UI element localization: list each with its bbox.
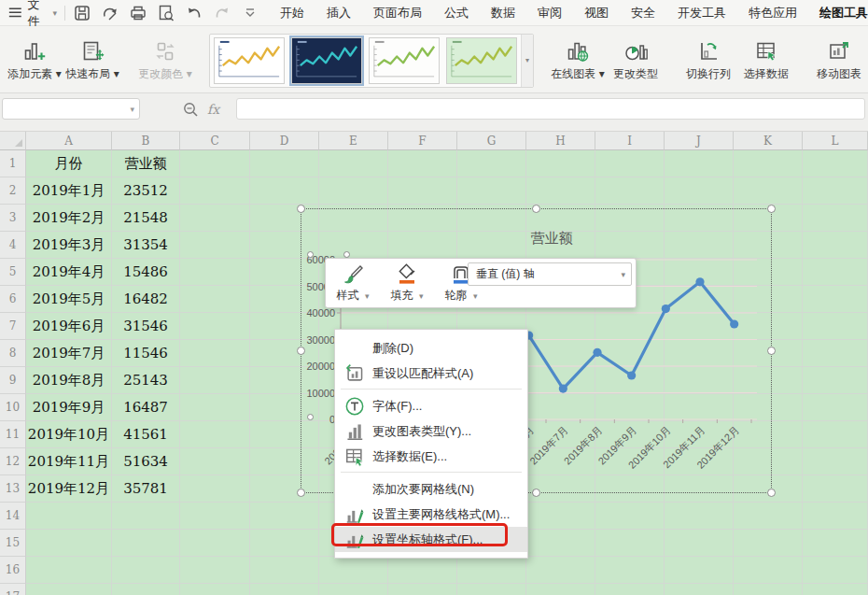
menu-item-选择数据[interactable]: 选择数据(E)...: [335, 444, 527, 469]
menu-item-更改图表类型[interactable]: 更改图表类型(Y)...: [335, 418, 527, 444]
cell-L8[interactable]: [803, 340, 868, 367]
cell-A16[interactable]: [26, 557, 112, 584]
tab-开发工具[interactable]: 开发工具: [678, 5, 726, 21]
cell-E17[interactable]: [319, 584, 388, 595]
cell-B15[interactable]: [112, 530, 180, 557]
cell-B8[interactable]: 11546: [112, 340, 180, 367]
cell-B1[interactable]: 营业额: [112, 150, 180, 177]
cell-F1[interactable]: [388, 150, 457, 177]
name-box-caret-icon[interactable]: ▾: [130, 105, 134, 114]
cell-A1[interactable]: 月份: [26, 150, 112, 177]
cell-K17[interactable]: [734, 584, 803, 595]
row-header-13[interactable]: 13: [0, 475, 26, 503]
cell-I17[interactable]: [595, 584, 665, 595]
cell-L2[interactable]: [803, 177, 868, 205]
cell-A7[interactable]: 2019年6月: [26, 313, 112, 340]
cell-L5[interactable]: [803, 259, 868, 286]
cell-H17[interactable]: [526, 584, 595, 595]
ribbon-button-添加元素[interactable]: 添加元素 ▾: [6, 30, 63, 92]
cell-B6[interactable]: 16482: [112, 286, 180, 313]
row-header-17[interactable]: 17: [0, 584, 26, 595]
cell-K2[interactable]: [734, 177, 803, 205]
style-button[interactable]: 样式 ▾: [326, 259, 380, 307]
cell-H15[interactable]: [526, 530, 595, 557]
chart-element-dropdown[interactable]: 垂直 (值) 轴 ▾: [468, 262, 632, 286]
chart-resize-handle[interactable]: [297, 347, 305, 355]
cell-A3[interactable]: 2019年2月: [26, 205, 112, 232]
ribbon-button-在线图表[interactable]: 在线图表 ▾: [549, 30, 607, 92]
chart-resize-handle[interactable]: [767, 205, 776, 213]
cell-L15[interactable]: [803, 530, 868, 557]
cell-C17[interactable]: [180, 584, 250, 595]
cell-G16[interactable]: [457, 557, 526, 584]
cell-H16[interactable]: [526, 557, 595, 584]
cell-D14[interactable]: [250, 503, 319, 530]
cell-I14[interactable]: [595, 503, 665, 530]
cell-A13[interactable]: 2019年12月: [26, 475, 112, 503]
file-menu[interactable]: 文件: [28, 0, 50, 30]
axis-handle[interactable]: [307, 414, 314, 420]
row-header-3[interactable]: 3: [0, 205, 26, 232]
cell-C10[interactable]: [180, 394, 250, 421]
cell-L10[interactable]: [803, 394, 868, 421]
cell-J15[interactable]: [665, 530, 734, 557]
cell-K15[interactable]: [734, 530, 803, 557]
cell-A10[interactable]: 2019年9月: [26, 394, 112, 421]
cell-E1[interactable]: [319, 150, 388, 177]
column-header-L[interactable]: L: [803, 132, 868, 150]
cell-B14[interactable]: [112, 503, 180, 530]
save-icon[interactable]: [73, 4, 91, 22]
column-header-H[interactable]: H: [526, 132, 595, 150]
cell-A5[interactable]: 2019年4月: [26, 259, 112, 286]
cell-C5[interactable]: [180, 259, 250, 286]
cell-L13[interactable]: [803, 475, 868, 503]
cell-C14[interactable]: [180, 503, 250, 530]
cell-E2[interactable]: [319, 177, 388, 205]
cell-F16[interactable]: [388, 557, 457, 584]
ribbon-button-切换行列[interactable]: 切换行列: [679, 30, 737, 92]
cell-E16[interactable]: [319, 557, 388, 584]
cell-B12[interactable]: 51634: [112, 448, 180, 475]
column-header-F[interactable]: F: [388, 132, 457, 150]
chart-resize-handle[interactable]: [297, 489, 305, 497]
cell-J2[interactable]: [665, 177, 734, 205]
cell-I15[interactable]: [595, 530, 665, 557]
cell-D15[interactable]: [250, 530, 319, 557]
cell-B9[interactable]: 25143: [112, 367, 180, 394]
cell-K1[interactable]: [734, 150, 803, 177]
tab-视图[interactable]: 视图: [584, 5, 609, 21]
cell-H14[interactable]: [526, 503, 595, 530]
cell-B10[interactable]: 16487: [112, 394, 180, 421]
cell-K16[interactable]: [734, 557, 803, 584]
cell-L9[interactable]: [803, 367, 868, 394]
cell-C8[interactable]: [180, 340, 250, 367]
column-header-G[interactable]: G: [457, 132, 526, 150]
cell-B2[interactable]: 23512: [112, 177, 180, 205]
print-icon[interactable]: [129, 4, 147, 22]
chart-style-1[interactable]: [214, 37, 285, 84]
cell-C12[interactable]: [180, 448, 250, 475]
cell-H1[interactable]: [526, 150, 595, 177]
column-header-K[interactable]: K: [734, 132, 803, 150]
column-header-B[interactable]: B: [112, 132, 180, 150]
print-preview-icon[interactable]: [157, 4, 175, 22]
row-header-14[interactable]: 14: [0, 503, 26, 530]
row-header-12[interactable]: 12: [0, 448, 26, 475]
cell-C15[interactable]: [180, 530, 250, 557]
cell-C1[interactable]: [180, 150, 250, 177]
menu-item-删除[interactable]: 删除(D): [335, 335, 527, 361]
cell-L14[interactable]: [803, 503, 868, 530]
cell-C4[interactable]: [180, 232, 250, 259]
zoom-search-icon[interactable]: [182, 101, 199, 118]
cell-G1[interactable]: [457, 150, 526, 177]
cell-C7[interactable]: [180, 313, 250, 340]
tab-安全[interactable]: 安全: [631, 5, 655, 21]
tab-绘图工具[interactable]: 绘图工具: [819, 5, 868, 21]
column-header-D[interactable]: D: [250, 132, 319, 150]
gallery-more-button[interactable]: ▾: [521, 35, 533, 87]
chart-resize-handle[interactable]: [297, 205, 305, 213]
tab-特色应用[interactable]: 特色应用: [749, 5, 797, 21]
chart-resize-handle[interactable]: [532, 489, 540, 497]
axis-handle[interactable]: [307, 251, 314, 258]
name-box[interactable]: ▾: [2, 98, 140, 120]
